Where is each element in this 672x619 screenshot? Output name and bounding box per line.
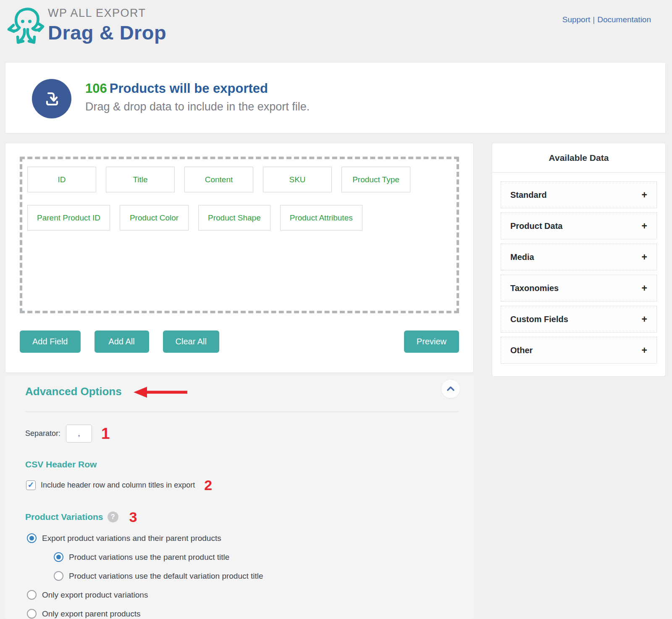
brand-block: WP ALL EXPORT Drag & Drop — [48, 7, 166, 44]
section-divider — [25, 412, 459, 412]
sidebar-item-taxonomies[interactable]: Taxonomies + — [501, 275, 657, 302]
expand-plus-icon[interactable]: + — [642, 220, 647, 232]
top-bar: WP ALL EXPORT Drag & Drop Support|Docume… — [0, 0, 672, 62]
advanced-options-header: Advanced Options — [5, 375, 474, 399]
export-count-title: 106Products will be exported — [85, 81, 310, 96]
support-link[interactable]: Support — [562, 15, 591, 24]
radio-only-export-variations[interactable]: Only export product variations — [27, 590, 474, 600]
annotation-arrow — [134, 386, 187, 399]
field-chip-row-1: ID Title Content SKU Product Type — [27, 167, 452, 192]
banner-subtitle: Drag & drop data to include in the expor… — [85, 100, 310, 113]
add-field-button[interactable]: Add Field — [20, 330, 81, 353]
expand-plus-icon[interactable]: + — [642, 314, 647, 325]
clear-all-button[interactable]: Clear All — [163, 330, 219, 353]
download-icon — [32, 79, 71, 118]
field-dropzone[interactable]: ID Title Content SKU Product Type Parent… — [20, 157, 459, 313]
product-variations-header: Product Variations ? 3 — [25, 510, 474, 524]
export-summary-banner: 106Products will be exported Drag & drop… — [5, 62, 666, 134]
radio-button[interactable] — [27, 590, 37, 600]
chevron-up-icon — [446, 384, 456, 394]
radio-button[interactable] — [54, 571, 63, 581]
octopus-logo-icon — [5, 6, 47, 50]
field-chip-content[interactable]: Content — [184, 167, 253, 192]
sidebar-item-label: Other — [510, 346, 533, 355]
radio-variations-use-parent-title[interactable]: Product variations use the parent produc… — [54, 552, 474, 562]
separator-label: Separator: — [25, 429, 60, 438]
radio-button[interactable] — [27, 609, 37, 619]
editor-toolbar: Add Field Add All Clear All Preview — [20, 330, 459, 353]
radio-button[interactable] — [54, 552, 63, 562]
available-data-title: Available Data — [492, 143, 665, 173]
field-chip-title[interactable]: Title — [106, 167, 175, 192]
sidebar-item-other[interactable]: Other + — [501, 337, 657, 364]
annotation-number-3: 3 — [129, 510, 137, 524]
add-all-button[interactable]: Add All — [94, 330, 149, 353]
field-chip-parent-product-id[interactable]: Parent Product ID — [27, 205, 110, 231]
advanced-options-panel: Advanced Options Separator: 1 CSV Header… — [5, 375, 474, 619]
export-count: 106 — [85, 81, 107, 96]
field-chip-row-2: Parent Product ID Product Color Product … — [27, 205, 452, 231]
checkmark-icon: ✓ — [28, 481, 34, 489]
expand-plus-icon[interactable]: + — [642, 189, 647, 201]
page-title: Drag & Drop — [48, 21, 166, 44]
sidebar-item-label: Product Data — [510, 221, 562, 231]
expand-plus-icon[interactable]: + — [642, 252, 647, 263]
field-chip-product-shape[interactable]: Product Shape — [198, 205, 270, 231]
sidebar-item-media[interactable]: Media + — [501, 244, 657, 270]
radio-button[interactable] — [27, 533, 37, 543]
radio-only-export-parents[interactable]: Only export parent products — [27, 609, 474, 619]
export-builder-panel: ID Title Content SKU Product Type Parent… — [5, 143, 474, 373]
csv-header-checkbox-row: ✓ Include header row and column titles i… — [26, 478, 474, 492]
sidebar-item-label: Media — [510, 252, 534, 262]
radio-label: Only export parent products — [42, 609, 140, 619]
preview-button[interactable]: Preview — [404, 330, 459, 353]
expand-plus-icon[interactable]: + — [642, 283, 647, 294]
include-header-label: Include header row and column titles in … — [41, 481, 195, 490]
export-count-label: Products will be exported — [110, 81, 268, 96]
radio-variations-use-default-title[interactable]: Product variations use the default varia… — [54, 571, 474, 581]
field-chip-id[interactable]: ID — [27, 167, 96, 192]
radio-label: Only export product variations — [42, 590, 148, 600]
available-data-panel: Available Data Standard + Product Data +… — [492, 143, 666, 377]
sidebar-item-label: Taxonomies — [510, 283, 559, 293]
documentation-link[interactable]: Documentation — [597, 15, 651, 24]
field-chip-product-attributes[interactable]: Product Attributes — [280, 205, 362, 231]
top-links: Support|Documentation — [562, 15, 651, 24]
product-variations-title: Product Variations — [25, 512, 103, 522]
sidebar-item-label: Custom Fields — [510, 315, 568, 324]
field-chip-product-color[interactable]: Product Color — [120, 205, 189, 231]
field-chip-product-type[interactable]: Product Type — [341, 167, 410, 192]
field-chip-sku[interactable]: SKU — [263, 167, 332, 192]
brand-name: WP ALL EXPORT — [48, 7, 166, 20]
annotation-number-2: 2 — [204, 478, 212, 492]
sidebar-item-label: Standard — [510, 190, 547, 200]
separator-input[interactable] — [66, 425, 92, 443]
radio-label: Export product variations and their pare… — [42, 534, 221, 543]
separator-setting-row: Separator: 1 — [25, 425, 474, 443]
include-header-checkbox[interactable]: ✓ — [26, 480, 36, 490]
help-icon[interactable]: ? — [108, 511, 118, 522]
advanced-options-title[interactable]: Advanced Options — [25, 385, 122, 398]
radio-export-variations-and-parents[interactable]: Export product variations and their pare… — [27, 533, 474, 543]
radio-label: Product variations use the default varia… — [69, 572, 263, 581]
csv-header-row-title: CSV Header Row — [25, 459, 474, 469]
expand-plus-icon[interactable]: + — [642, 345, 647, 356]
link-separator: | — [593, 15, 595, 24]
sidebar-item-custom-fields[interactable]: Custom Fields + — [501, 306, 657, 333]
sidebar-item-product-data[interactable]: Product Data + — [501, 212, 657, 239]
available-data-list: Standard + Product Data + Media + Taxono… — [492, 173, 665, 372]
radio-label: Product variations use the parent produc… — [69, 553, 229, 562]
collapse-section-button[interactable] — [441, 379, 460, 399]
annotation-number-1: 1 — [101, 426, 110, 441]
banner-text: 106Products will be exported Drag & drop… — [85, 81, 310, 113]
sidebar-item-standard[interactable]: Standard + — [501, 181, 657, 208]
